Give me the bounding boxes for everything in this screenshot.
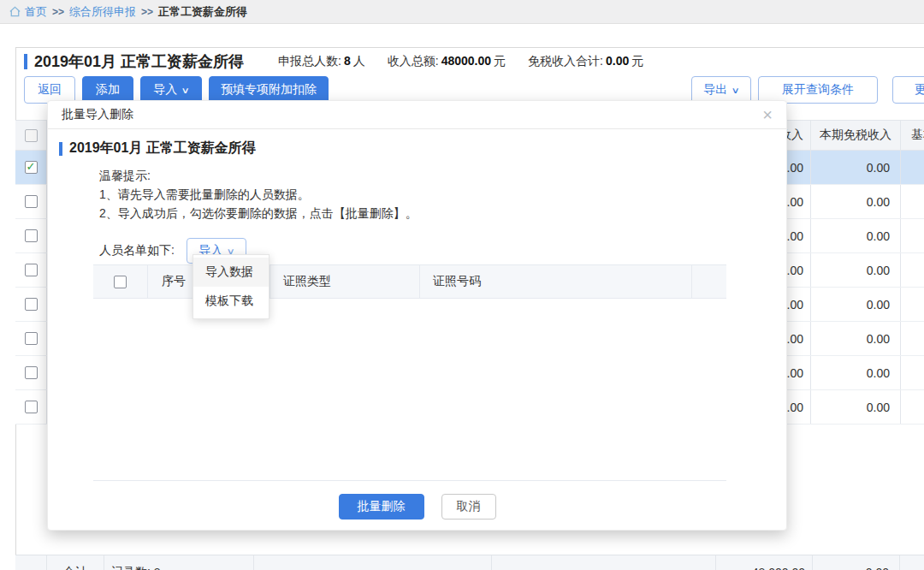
cell-basic: [900, 322, 924, 355]
import-dropdown-menu: 导入数据 模板下载: [192, 254, 270, 319]
batch-import-delete-modal: 批量导入删除 × 2019年01月 正常工资薪金所得 温馨提示: 1、请先导入需…: [47, 100, 787, 531]
cell-taxfree: 0.00: [810, 356, 900, 389]
cell-taxfree: 0.00: [810, 322, 900, 355]
breadcrumb-current: 正常工资薪金所得: [158, 4, 247, 20]
more-button[interactable]: 更多: [892, 76, 924, 104]
row-checkbox[interactable]: [25, 229, 38, 242]
cell-taxfree: 0.00: [810, 151, 900, 184]
modal-footer: 批量删除 取消: [48, 494, 786, 520]
modal-section-title: 2019年01月 正常工资薪金所得: [69, 140, 256, 157]
summary-total-label: 合计: [47, 555, 104, 570]
tips-title: 温馨提示:: [99, 166, 786, 185]
cell-taxfree: 0.00: [810, 253, 900, 287]
row-checkbox-cell: [15, 322, 47, 355]
stat-total-income: 收入总额:48000.00元: [388, 54, 506, 69]
cell-taxfree: 0.00: [810, 219, 900, 252]
breadcrumb-home[interactable]: 首页: [25, 4, 47, 20]
row-checkbox-cell: [15, 151, 47, 184]
batch-delete-button[interactable]: 批量删除: [339, 494, 424, 520]
breadcrumb-level1[interactable]: 综合所得申报: [69, 4, 136, 20]
stat-taxfree-total: 免税收入合计:0.00元: [528, 54, 643, 69]
modal-table: 序号 证照类型 证照号码: [93, 264, 726, 481]
modal-table-header: 序号 证照类型 证照号码: [93, 264, 726, 299]
modal-col-cert-no: 证照号码: [420, 265, 692, 298]
page-title: 2019年01月 正常工资薪金所得: [34, 51, 244, 72]
chevron-down-icon: ∨: [181, 86, 190, 95]
tip-line-2: 2、导入成功后，勾选你要删除的数据，点击【批量删除】。: [99, 204, 786, 223]
select-all-checkbox[interactable]: [25, 129, 38, 142]
modal-tips: 温馨提示: 1、请先导入需要批量删除的人员数据。 2、导入成功后，勾选你要删除的…: [99, 166, 786, 223]
row-checkbox[interactable]: [25, 195, 38, 208]
breadcrumb: 首页 >> 综合所得申报 >> 正常工资薪金所得: [0, 0, 924, 24]
cell-basic: [900, 356, 924, 389]
cell-basic: [900, 219, 924, 252]
menu-item-template-download[interactable]: 模板下载: [193, 287, 269, 316]
modal-select-all-checkbox[interactable]: [114, 276, 127, 288]
summary-row: 合计 记录数: 8 48,000.00 0.00: [15, 555, 924, 570]
row-checkbox-cell: [15, 219, 47, 252]
section-accent-bar: [59, 142, 62, 156]
title-accent-bar: [24, 54, 27, 69]
close-icon[interactable]: ×: [762, 106, 773, 123]
summary-taxfree-total: 0.00: [813, 555, 900, 570]
modal-section-header: 2019年01月 正常工资薪金所得: [59, 140, 786, 157]
row-checkbox[interactable]: [25, 401, 38, 413]
row-checkbox[interactable]: [25, 332, 38, 345]
row-checkbox-cell: [15, 185, 47, 218]
stat-total-people: 申报总人数:8人: [278, 54, 365, 69]
cell-basic: [900, 253, 924, 287]
screen: 首页 >> 综合所得申报 >> 正常工资薪金所得 2019年01月 正常工资薪金…: [0, 0, 924, 570]
menu-item-import-data[interactable]: 导入数据: [193, 258, 269, 287]
cell-taxfree: 0.00: [810, 390, 900, 424]
cell-basic: [900, 390, 924, 424]
modal-title: 批量导入删除: [62, 107, 133, 122]
cell-basic: [900, 288, 924, 321]
row-checkbox[interactable]: [25, 298, 38, 311]
summary-empty-cell: [254, 555, 492, 570]
row-checkbox-cell: [15, 288, 47, 321]
row-checkbox[interactable]: [25, 366, 38, 379]
cell-basic: [900, 185, 924, 218]
modal-col-cert-type: 证照类型: [270, 265, 420, 298]
cell-basic: [900, 151, 924, 184]
summary-empty-cell: [492, 555, 716, 570]
row-checkbox-cell: [15, 356, 47, 389]
modal-table-empty-body: [93, 299, 726, 481]
summary-empty-cell: [900, 555, 924, 570]
row-checkbox[interactable]: [25, 161, 38, 174]
cell-taxfree: 0.00: [810, 185, 900, 218]
breadcrumb-separator: >>: [52, 6, 64, 18]
chevron-down-icon: ∨: [732, 86, 740, 95]
modal-select-all-cell: [93, 265, 148, 298]
cancel-button[interactable]: 取消: [441, 494, 496, 520]
modal-header: 批量导入删除 ×: [48, 101, 786, 129]
row-checkbox-cell: [15, 390, 47, 424]
summary-record-count: 记录数: 8: [104, 555, 254, 570]
page-stats: 申报总人数:8人 收入总额:48000.00元 免税收入合计:0.00元: [278, 54, 666, 69]
person-list-label: 人员名单如下:: [99, 243, 175, 258]
col-header-taxfree: 本期免税收入: [810, 121, 900, 150]
select-all-checkbox-cell: [15, 121, 47, 150]
page-header: 2019年01月 正常工资薪金所得 申报总人数:8人 收入总额:48000.00…: [24, 51, 666, 72]
col-header-basic: 基本: [900, 121, 924, 150]
home-icon[interactable]: [9, 5, 21, 18]
tip-line-1: 1、请先导入需要批量删除的人员数据。: [99, 185, 786, 204]
row-checkbox-cell: [15, 253, 47, 287]
row-checkbox[interactable]: [25, 264, 38, 276]
breadcrumb-separator: >>: [141, 6, 153, 18]
modal-col-empty: [692, 265, 726, 298]
cell-taxfree: 0.00: [810, 288, 900, 321]
summary-income-total: 48,000.00: [716, 555, 813, 570]
summary-checkbox-cell: [15, 555, 47, 570]
